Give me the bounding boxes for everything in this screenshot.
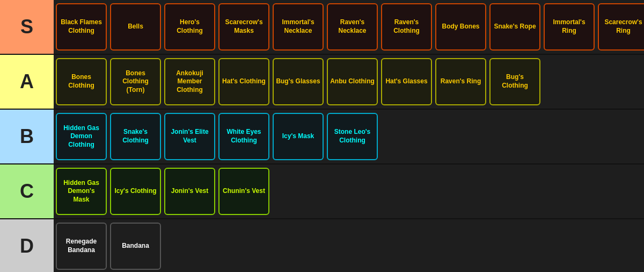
tier-items-b: Hidden Gas Demon ClothingSnake's Clothin… [54,110,644,163]
item-card[interactable]: Stone Leo's Clothing [327,113,378,160]
item-card[interactable]: Hero's Clothing [164,3,215,51]
item-card[interactable]: Hat's Clothing [218,58,269,105]
item-card[interactable]: Bells [110,3,161,51]
item-card[interactable]: Snake's Rope [489,3,540,51]
tier-label-d: D [0,219,54,272]
tier-label-c: C [0,164,54,218]
tier-row-b: BHidden Gas Demon ClothingSnake's Clothi… [0,110,644,164]
item-card[interactable]: Hidden Gas Demon's Mask [56,168,107,215]
tier-items-c: Hidden Gas Demon's MaskIcy's ClothingJon… [54,164,644,218]
item-card[interactable]: Bug's Clothing [489,58,540,105]
tier-label-a: A [0,55,54,109]
item-card[interactable]: Black Flames Clothing [56,3,107,51]
tier-label-b: B [0,110,54,163]
item-card[interactable]: Raven's Ring [435,58,486,105]
item-card[interactable]: Bones Clothing [56,58,107,105]
item-card[interactable]: Icy's Mask [273,113,324,160]
item-card[interactable]: Immortal's Ring [544,3,595,51]
tier-items-a: Bones ClothingBones Clothing (Torn)Ankok… [54,55,644,109]
item-card[interactable]: Anbu Clothing [327,58,378,105]
item-card[interactable]: Renegade Bandana [56,223,107,270]
tier-row-d: DRenegade BandanaBandana [0,219,644,272]
item-card[interactable]: Bug's Glasses [273,58,324,105]
tier-items-s: Black Flames ClothingBellsHero's Clothin… [54,0,644,54]
tier-row-c: CHidden Gas Demon's MaskIcy's ClothingJo… [0,164,644,219]
tier-list: SBlack Flames ClothingBellsHero's Clothi… [0,0,644,272]
item-card[interactable]: Raven's Clothing [381,3,432,51]
tier-items-d: Renegade BandanaBandana [54,219,644,272]
tier-row-s: SBlack Flames ClothingBellsHero's Clothi… [0,0,644,55]
item-card[interactable]: Scarecrow's Masks [218,3,269,51]
item-card[interactable]: Snake's Clothing [110,113,161,160]
item-card[interactable]: White Eyes Clothing [218,113,269,160]
item-card[interactable]: Hidden Gas Demon Clothing [56,113,107,160]
item-card[interactable]: Bones Clothing (Torn) [110,58,161,105]
item-card[interactable]: Icy's Clothing [110,168,161,215]
tier-label-s: S [0,0,54,54]
item-card[interactable]: Hat's Glasses [381,58,432,105]
item-card[interactable]: Body Bones [435,3,486,51]
tier-row-a: ABones ClothingBones Clothing (Torn)Anko… [0,55,644,110]
item-card[interactable]: Ankokuji Member Clothing [164,58,215,105]
item-card[interactable]: Jonin's Elite Vest [164,113,215,160]
item-card[interactable]: Raven's Necklace [327,3,378,51]
item-card[interactable]: Chunin's Vest [218,168,269,215]
item-card[interactable]: Scarecrow's Ring [598,3,644,51]
item-card[interactable]: Immortal's Necklace [273,3,324,51]
item-card[interactable]: Jonin's Vest [164,168,215,215]
item-card[interactable]: Bandana [110,223,161,270]
